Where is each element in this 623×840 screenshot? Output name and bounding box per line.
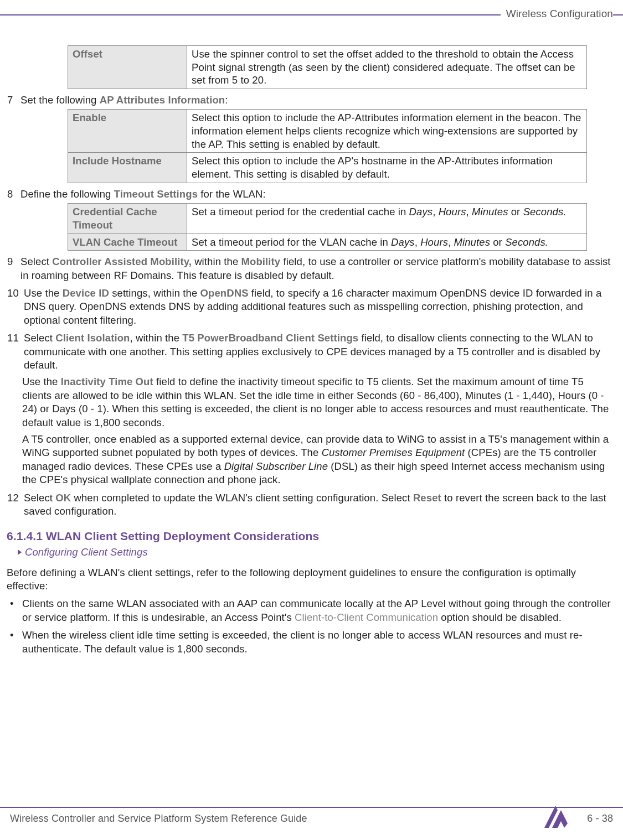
text: Seconds. — [523, 206, 567, 217]
step-number: 9 — [6, 255, 20, 268]
text: , — [466, 206, 472, 217]
text: Set a timeout period for the VLAN cache … — [192, 236, 391, 248]
page-footer: Wireless Controller and Service Platform… — [0, 812, 623, 826]
step-number: 12 — [6, 491, 24, 505]
step-number: 8 — [6, 188, 20, 201]
include-hostname-desc: Select this option to include the AP's h… — [187, 153, 587, 183]
inactivity-time-out-label: Inactivity Time Out — [61, 376, 153, 387]
step-body: Set the following AP Attributes Informat… — [20, 94, 617, 107]
list-item: When the wireless client idle time setti… — [6, 629, 617, 656]
step-body: Select Client Isolation, within the T5 P… — [24, 331, 617, 372]
table-row: Credential Cache Timeout Set a timeout p… — [68, 204, 587, 234]
text: Seconds. — [505, 236, 548, 248]
enable-desc: Select this option to include the AP-Att… — [187, 110, 587, 153]
text: : — [225, 94, 228, 106]
step-body: Define the following Timeout Settings fo… — [20, 188, 617, 201]
enable-label: Enable — [68, 110, 187, 153]
step-number: 10 — [6, 287, 24, 300]
text: for the WLAN: — [198, 188, 266, 200]
timeout-settings-label: Timeout Settings — [114, 188, 198, 200]
content: Offset Use the spinner control to set th… — [0, 45, 623, 656]
device-id-label: Device ID — [63, 287, 109, 299]
text: Select — [24, 332, 55, 344]
footer-left: Wireless Controller and Service Platform… — [10, 812, 307, 826]
step-9: 9 Select Controller Assisted Mobility, w… — [6, 255, 617, 282]
list-item: Clients on the same WLAN associated with… — [6, 597, 617, 624]
offset-label: Offset — [68, 46, 187, 89]
text: Customer Premises Equipment — [322, 447, 465, 458]
opendns-label: OpenDNS — [200, 287, 249, 299]
mobility-label: Mobility — [241, 256, 281, 267]
vlan-cache-desc: Set a timeout period for the VLAN cache … — [187, 234, 587, 251]
credential-cache-desc: Set a timeout period for the credential … — [187, 204, 587, 234]
text: Hours — [420, 236, 448, 248]
step-11-sub1: Use the Inactivity Time Out field to def… — [22, 375, 617, 429]
step-7: 7 Set the following AP Attributes Inform… — [6, 94, 617, 107]
offset-table: Offset Use the spinner control to set th… — [68, 45, 587, 89]
table-row: Offset Use the spinner control to set th… — [68, 46, 587, 89]
text: option should be disabled. — [438, 611, 562, 623]
text: , within the — [130, 332, 182, 344]
include-hostname-label: Include Hostname — [68, 153, 187, 183]
table-row: Include Hostname Select this option to i… — [68, 153, 587, 183]
step-body: Select OK when completed to update the W… — [24, 491, 617, 518]
step-11-sub2: A T5 controller, once enabled as a suppo… — [22, 433, 617, 487]
text: or — [508, 206, 523, 217]
text: Set the following — [20, 94, 100, 106]
deployment-bullets: Clients on the same WLAN associated with… — [6, 597, 617, 656]
text: Define the following — [20, 188, 114, 200]
text: Minutes — [472, 206, 508, 217]
header-title: Wireless Configuration — [501, 7, 613, 20]
ap-attributes-table: Enable Select this option to include the… — [68, 109, 587, 183]
text: when completed to update the WLAN's clie… — [71, 492, 413, 504]
text: , — [415, 236, 420, 248]
section-heading: 6.1.4.1 WLAN Client Setting Deployment C… — [7, 528, 617, 544]
text: , — [448, 236, 454, 248]
text: Select — [24, 492, 55, 504]
step-12: 12 Select OK when completed to update th… — [6, 491, 617, 518]
step-11: 11 Select Client Isolation, within the T… — [6, 331, 617, 372]
step-number: 7 — [6, 94, 20, 107]
text: within the — [192, 256, 241, 267]
breadcrumb-link[interactable]: Configuring Client Settings — [25, 546, 148, 558]
reset-label: Reset — [413, 492, 441, 504]
text: Digital Subscriber Line — [224, 460, 328, 472]
vlan-cache-label: VLAN Cache Timeout — [68, 234, 187, 251]
text: , — [433, 206, 438, 217]
text: When the wireless client idle time setti… — [22, 629, 583, 654]
text: Use the — [22, 376, 61, 387]
text: Days — [409, 206, 433, 217]
ok-label: OK — [55, 492, 71, 504]
page: Wireless Configuration Offset Use the sp… — [0, 0, 623, 840]
offset-desc: Use the spinner control to set the offse… — [187, 46, 587, 89]
text: Minutes — [454, 236, 490, 248]
footer-page-number: 6 - 38 — [587, 812, 613, 826]
client-isolation-label: Client Isolation — [55, 332, 130, 344]
arrow-right-icon — [18, 549, 22, 555]
step-10: 10 Use the Device ID settings, within th… — [6, 287, 617, 327]
text: Use the — [24, 287, 63, 299]
t5-powerbroadband-label: T5 PowerBroadband Client Settings — [182, 332, 358, 344]
text: Days — [391, 236, 415, 248]
table-row: Enable Select this option to include the… — [68, 110, 587, 153]
page-header: Wireless Configuration — [0, 0, 623, 28]
text: settings, within the — [109, 287, 200, 299]
step-8: 8 Define the following Timeout Settings … — [6, 188, 617, 201]
text: Hours — [439, 206, 466, 217]
client-to-client-link[interactable]: Client-to-Client Communication — [295, 611, 438, 623]
text: Set a timeout period for the credential … — [192, 206, 409, 217]
credential-cache-label: Credential Cache Timeout — [68, 204, 187, 234]
footer-rule — [0, 807, 623, 808]
breadcrumb[interactable]: Configuring Client Settings — [18, 546, 617, 559]
step-body: Use the Device ID settings, within the O… — [24, 287, 617, 327]
step-number: 11 — [6, 331, 24, 345]
text: or — [490, 236, 505, 248]
ap-attributes-label: AP Attributes Information — [100, 94, 225, 106]
timeout-table: Credential Cache Timeout Set a timeout p… — [68, 203, 587, 251]
table-row: VLAN Cache Timeout Set a timeout period … — [68, 234, 587, 251]
step-body: Select Controller Assisted Mobility, wit… — [20, 255, 617, 282]
controller-assisted-mobility-label: Controller Assisted Mobility, — [52, 256, 192, 267]
text: Select — [20, 256, 52, 267]
intro-paragraph: Before defining a WLAN's client settings… — [7, 566, 617, 593]
